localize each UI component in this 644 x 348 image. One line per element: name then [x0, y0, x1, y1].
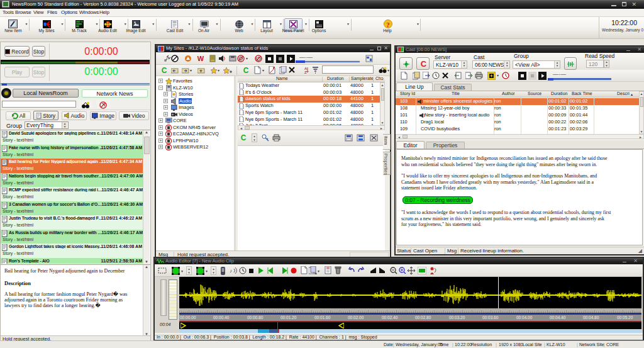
svg-text:Z: Z: [304, 70, 307, 74]
svg-text:C: C: [162, 67, 167, 74]
svg-text:♪: ♪: [230, 268, 232, 274]
svg-text:C: C: [421, 60, 427, 68]
svg-text:?: ?: [386, 21, 390, 28]
svg-text:C: C: [243, 67, 249, 74]
svg-text:W: W: [197, 55, 204, 62]
svg-text:C: C: [241, 134, 247, 142]
